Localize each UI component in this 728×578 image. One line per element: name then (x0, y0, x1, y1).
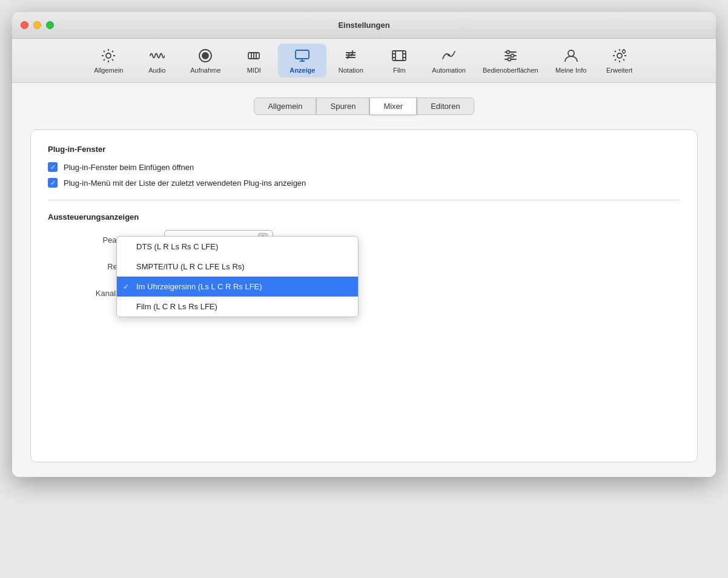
toolbar-item-meine-info[interactable]: Meine Info (547, 44, 595, 77)
checkbox-row-1: ✓ Plug-in-Fenster beim Einfügen öffnen (48, 162, 680, 172)
monitor-icon (294, 47, 311, 64)
gear-advanced-icon (611, 47, 628, 64)
toolbar-item-erweitert[interactable]: Erweitert (595, 44, 644, 77)
toolbar-label: Erweitert (606, 67, 632, 74)
plugin-fenster-section: Plug-in-Fenster ✓ Plug-in-Fenster beim E… (48, 145, 680, 188)
dropdown-option-dts[interactable]: DTS (L R Ls Rs C LFE) (117, 237, 358, 257)
svg-point-31 (568, 50, 574, 56)
checkbox-row-2: ✓ Plug-in-Menü mit der Liste der zuletzt… (48, 178, 680, 188)
toolbar-item-notation[interactable]: Notation (326, 44, 375, 77)
toolbar-item-midi[interactable]: MIDI (230, 44, 278, 77)
toolbar-item-audio[interactable]: Audio (133, 44, 181, 77)
toolbar-item-allgemein[interactable]: Allgemein (84, 44, 133, 77)
waveform-icon (148, 47, 165, 64)
dropdown-option-clockwise[interactable]: ✓ Im Uhrzeigersinn (Ls L C R Rs LFE) (117, 277, 358, 297)
settings-window: Einstellungen Allgemein Audio (12, 12, 716, 477)
checkbox-2[interactable]: ✓ (48, 178, 58, 188)
svg-point-0 (106, 53, 111, 58)
aussteuerung-title: Aussteuerungsanzeigen (48, 212, 680, 222)
toolbar-label: Automation (432, 67, 466, 74)
svg-point-2 (202, 53, 208, 59)
section-divider (48, 200, 680, 200)
check-mark-icon: ✓ (123, 283, 129, 291)
subtab-spuren[interactable]: Spuren (316, 97, 369, 115)
check-icon-2: ✓ (50, 180, 56, 186)
close-button[interactable] (21, 21, 28, 29)
dropdown-option-film[interactable]: Film (L C R Ls Rs LFE) (117, 297, 358, 317)
midi-icon (245, 47, 262, 64)
check-icon-1: ✓ (50, 164, 56, 171)
settings-panel: Plug-in-Fenster ✓ Plug-in-Fenster beim E… (30, 130, 698, 462)
toolbar-label: Meine Info (555, 67, 586, 74)
toolbar-item-bedienoberflachen[interactable]: Bedienoberflächen (474, 44, 547, 77)
toolbar-label: Anzeige (290, 67, 315, 74)
svg-rect-7 (296, 50, 309, 59)
toolbar-label: Audio (148, 67, 165, 74)
minimize-button[interactable] (33, 21, 41, 29)
notation-icon (342, 47, 359, 64)
svg-rect-17 (392, 51, 406, 61)
svg-point-29 (511, 54, 514, 57)
titlebar: Einstellungen (12, 12, 716, 39)
record-icon (197, 47, 214, 64)
gear-icon (100, 47, 117, 64)
svg-point-24 (448, 54, 450, 56)
window-title: Einstellungen (338, 21, 389, 30)
subtab-mixer[interactable]: Mixer (369, 97, 417, 115)
toolbar-item-automation[interactable]: Automation (423, 44, 474, 77)
toolbar-label: Bedienoberflächen (483, 67, 538, 74)
checkbox-label-2: Plug-in-Menü mit der Liste der zuletzt v… (64, 179, 306, 188)
toolbar-item-film[interactable]: Film (375, 44, 423, 77)
sliders-icon (502, 47, 519, 64)
toolbar-label: Notation (339, 67, 363, 74)
toolbar-label: Film (393, 67, 406, 74)
toolbar-label: Aufnahme (190, 67, 220, 74)
checkbox-label-1: Plug-in-Fenster beim Einfügen öffnen (64, 163, 194, 172)
subtabs: Allgemein Spuren Mixer Editoren (30, 97, 698, 115)
svg-point-30 (508, 58, 511, 61)
plugin-fenster-title: Plug-in-Fenster (48, 145, 680, 154)
toolbar-item-aufnahme[interactable]: Aufnahme (181, 44, 230, 77)
content-area: Allgemein Spuren Mixer Editoren Plug-in-… (12, 83, 716, 477)
dropdown-option-smpte[interactable]: SMPTE/ITU (L R C LFE Ls Rs) (117, 257, 358, 277)
svg-point-32 (617, 53, 622, 58)
toolbar-label: Allgemein (94, 67, 123, 74)
toolbar-item-anzeige[interactable]: Anzeige (278, 44, 326, 77)
titlebar-buttons (21, 21, 54, 29)
checkbox-1[interactable]: ✓ (48, 162, 58, 172)
automation-icon (440, 47, 457, 64)
person-icon (563, 47, 580, 64)
maximize-button[interactable] (46, 21, 54, 29)
subtab-allgemein[interactable]: Allgemein (254, 97, 316, 115)
film-icon (391, 47, 408, 64)
subtab-editoren[interactable]: Editoren (417, 97, 474, 115)
toolbar-label: MIDI (247, 67, 261, 74)
toolbar: Allgemein Audio Aufnahme (12, 39, 716, 83)
svg-point-28 (506, 51, 509, 54)
dropdown-menu: DTS (L R Ls Rs C LFE) SMPTE/ITU (L R C L… (116, 236, 359, 317)
